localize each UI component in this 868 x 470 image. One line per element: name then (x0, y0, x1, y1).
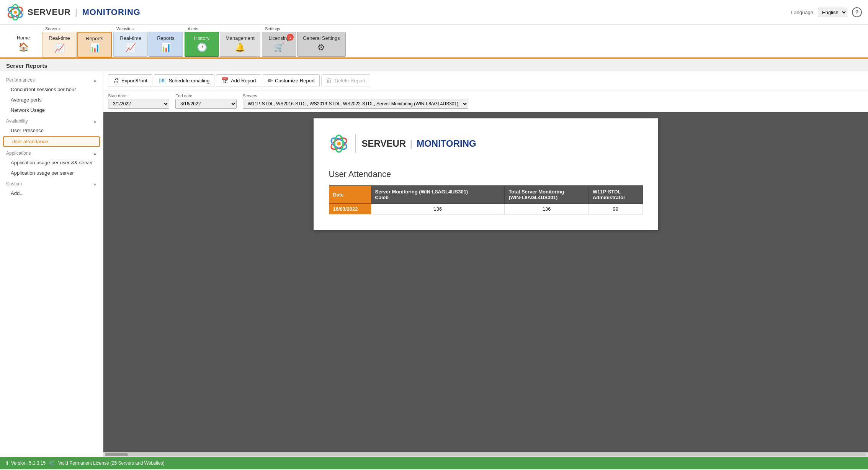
sidebar-item-concurrent-sessions[interactable]: Concurrent sessions per hour (0, 84, 103, 95)
help-button[interactable]: ? (852, 7, 862, 17)
alerts-history-label: History (194, 35, 209, 41)
delete-icon: 🗑 (326, 77, 332, 84)
language-select[interactable]: English (818, 8, 847, 17)
cell-col1: 136 (371, 204, 505, 215)
applications-chevron: ▲ (93, 151, 97, 156)
alerts-management-icon: 🔔 (235, 43, 245, 52)
report-logo-text: SERVEUR | MONITORING (362, 138, 476, 149)
home-label: Home (17, 35, 30, 41)
nav-btn-home[interactable]: Home 🏠 (6, 32, 41, 56)
websites-realtime-icon: 📈 (126, 43, 136, 52)
logo-icon (6, 3, 25, 21)
logo: SERVEUR | MONITORING (6, 3, 141, 21)
email-icon: 📧 (159, 77, 167, 84)
report-table: Date Server Monitoring (WIN-L8AGL4US301)… (329, 185, 643, 215)
horizontal-scrollbar[interactable] (103, 452, 868, 457)
col-server-monitoring-header: Server Monitoring (WIN-L8AGL4US301) Cale… (371, 186, 505, 204)
cell-col3: 99 (588, 204, 642, 215)
nav-btn-servers-realtime[interactable]: Real-time 📈 (42, 32, 77, 57)
sidebar-item-user-attendance[interactable]: User attendance (3, 136, 100, 147)
general-settings-icon: ⚙ (317, 43, 325, 52)
sidebar: Performances ▲ Concurrent sessions per h… (0, 71, 103, 457)
add-report-icon: 📅 (221, 77, 229, 84)
sidebar-item-app-usage-server[interactable]: Application usage per server (0, 168, 103, 178)
report-logo-divider (355, 134, 356, 153)
language-label: Language (791, 10, 813, 15)
general-settings-label: General Settings (303, 35, 340, 41)
scrollbar-track (105, 453, 866, 456)
nav-btn-licensing[interactable]: Licensing 🛒 3 (262, 32, 296, 57)
main-body: Performances ▲ Concurrent sessions per h… (0, 71, 868, 457)
customize-icon: ✏ (268, 77, 273, 84)
availability-chevron: ▲ (93, 119, 97, 123)
sidebar-item-average-perfs[interactable]: Average perfs (0, 95, 103, 105)
report-page-header: SERVEUR | MONITORING (329, 134, 643, 160)
nav-group-settings: Settings Licensing 🛒 3 General Settings … (262, 25, 346, 57)
start-date-select[interactable]: 3/1/2022 (108, 99, 169, 109)
nav-group-home: Home 🏠 (6, 25, 41, 57)
servers-group: Servers W11P-STDL, WS2016-STDL, WS2019-S… (243, 93, 468, 109)
footer-license: Valid Permanent License (25 Servers and … (58, 460, 165, 466)
col-date-header: Date (329, 186, 371, 204)
sidebar-group-custom: Custom ▲ (0, 178, 103, 188)
servers-realtime-label: Real-time (49, 35, 70, 41)
cell-date: 16/03/2022 (329, 204, 371, 215)
nav-group-alerts: Alerts History 🕐 Management 🔔 (185, 25, 260, 57)
sidebar-item-add-custom[interactable]: Add... (0, 188, 103, 198)
sidebar-group-performances: Performances ▲ (0, 74, 103, 84)
websites-realtime-label: Real-time (120, 35, 141, 41)
section-title: Server Reports (0, 59, 868, 71)
start-date-label: Start date (108, 93, 169, 98)
report-logo-icon (329, 134, 349, 154)
performances-chevron: ▲ (93, 78, 97, 82)
websites-reports-icon: 📊 (161, 43, 171, 52)
servers-label: Servers (243, 93, 468, 98)
alerts-management-label: Management (226, 35, 255, 41)
svg-point-4 (14, 11, 17, 14)
print-icon: 🖨 (113, 77, 119, 84)
schedule-emailing-button[interactable]: 📧 Schedule emailing (154, 74, 214, 87)
end-date-select[interactable]: 3/16/2022 (175, 99, 237, 109)
delete-report-button[interactable]: 🗑 Delete Report (321, 74, 370, 87)
customize-report-button[interactable]: ✏ Customize Report (263, 74, 320, 87)
main-nav: Home 🏠 Servers Real-time 📈 Reports 📊 (0, 25, 868, 59)
licensing-label: Licensing (268, 35, 289, 41)
svg-point-8 (337, 142, 341, 146)
col-total-server-header: Total Server Monitoring (WIN-L8AGL4US301… (505, 186, 589, 204)
alerts-history-icon: 🕐 (197, 43, 207, 52)
sidebar-item-app-usage-user-server[interactable]: Application usage per user && server (0, 157, 103, 168)
custom-chevron: ▲ (93, 182, 97, 186)
nav-btn-alerts-management[interactable]: Management 🔔 (220, 32, 260, 57)
report-page: SERVEUR | MONITORING User Attendance Dat… (314, 118, 658, 230)
websites-group-label: Websites (116, 26, 134, 31)
cell-col2: 136 (505, 204, 589, 215)
sidebar-item-network-usage[interactable]: Network Usage (0, 105, 103, 115)
home-icon: 🏠 (18, 42, 29, 52)
app-header: SERVEUR | MONITORING Language English ? (0, 0, 868, 25)
nav-sections: Home 🏠 Servers Real-time 📈 Reports 📊 (6, 25, 862, 57)
report-title: User Attendance (329, 169, 643, 179)
nav-btn-servers-reports[interactable]: Reports 📊 (77, 32, 112, 57)
nav-btn-alerts-history[interactable]: History 🕐 (185, 32, 219, 57)
nav-group-servers: Servers Real-time 📈 Reports 📊 (42, 25, 112, 57)
nav-btn-websites-realtime[interactable]: Real-time 📈 (113, 32, 148, 57)
servers-group-label: Servers (45, 26, 60, 31)
nav-btn-websites-reports[interactable]: Reports 📊 (149, 32, 183, 57)
app-footer: ℹ Version: 5.1.3.15 🛒 Valid Permanent Li… (0, 457, 868, 469)
start-date-group: Start date 3/1/2022 (108, 93, 169, 109)
footer-cart-icon: 🛒 (49, 460, 55, 466)
settings-group-label: Settings (265, 26, 280, 31)
report-preview: SERVEUR | MONITORING User Attendance Dat… (103, 112, 868, 452)
sidebar-item-user-presence[interactable]: User Presence (0, 125, 103, 136)
toolbar: 🖨 Export/Print 📧 Schedule emailing 📅 Add… (103, 71, 868, 90)
servers-reports-icon: 📊 (90, 43, 100, 53)
end-date-label: End date (175, 93, 237, 98)
end-date-group: End date 3/16/2022 (175, 93, 237, 109)
export-print-button[interactable]: 🖨 Export/Print (108, 74, 152, 87)
nav-btn-general-settings[interactable]: General Settings ⚙ (297, 32, 346, 57)
sidebar-group-availability: Availability ▲ (0, 115, 103, 125)
sidebar-group-applications: Applications ▲ (0, 147, 103, 157)
logo-text: SERVEUR | MONITORING (28, 7, 141, 17)
servers-select[interactable]: W11P-STDL, WS2016-STDL, WS2019-STDL, WS2… (243, 99, 468, 109)
add-report-button[interactable]: 📅 Add Report (216, 74, 261, 87)
